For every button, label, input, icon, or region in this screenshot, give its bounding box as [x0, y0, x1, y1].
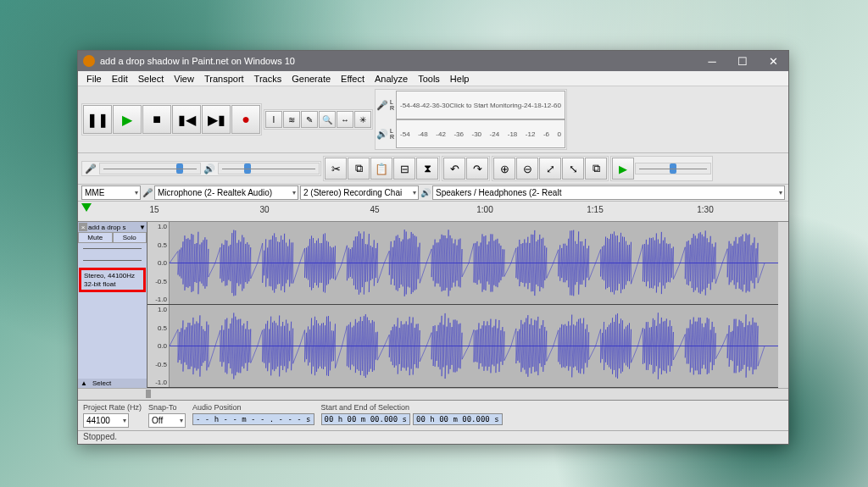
audio-host-select[interactable]: MME	[81, 185, 141, 200]
mic-icon-3: 🎤	[142, 188, 153, 197]
waveform-left-channel[interactable]	[170, 222, 778, 304]
zoom-out-button[interactable]: ⊖	[516, 158, 538, 180]
menu-effect[interactable]: Effect	[336, 74, 370, 84]
titlebar[interactable]: add a drop shadow in Paint.net on Window…	[78, 51, 788, 71]
envelope-tool[interactable]: ≋	[283, 111, 300, 128]
waveform-right-channel[interactable]	[170, 305, 778, 387]
mic-icon: 🎤	[376, 100, 388, 111]
track-menu-arrow[interactable]: ▼	[139, 224, 146, 231]
selection-tool[interactable]: I	[265, 111, 282, 128]
click-to-monitor[interactable]: Click to Start Monitoring	[449, 102, 521, 109]
snap-to-label: Snap-To	[148, 403, 186, 412]
record-button[interactable]: ●	[231, 105, 260, 134]
track-collapse-button[interactable]: ▲	[79, 379, 89, 387]
track-control-panel: × add a drop s ▼ Mute Solo Stereo, 44100…	[78, 222, 147, 388]
menu-file[interactable]: File	[81, 74, 107, 84]
selection-start-field[interactable]: 00 h 00 m 00.000 s	[321, 413, 411, 425]
skip-end-button[interactable]: ▶▮	[202, 105, 231, 134]
track-format-info: Stereo, 44100Hz 32-bit float	[79, 268, 146, 292]
audio-position-label: Audio Position	[192, 403, 314, 412]
menubar: FileEditSelectViewTransportTracksGenerat…	[78, 71, 788, 86]
track-select-button[interactable]: Select	[91, 379, 113, 387]
menu-analyze[interactable]: Analyze	[370, 74, 413, 84]
skip-start-button[interactable]: ▮◀	[172, 105, 201, 134]
device-toolbar: MME 🎤 Microphone (2- Realtek Audio) 2 (S…	[78, 185, 788, 202]
stop-button[interactable]: ■	[142, 105, 171, 134]
multi-tool[interactable]: ✳	[354, 111, 371, 128]
playback-meter[interactable]: -54-48-42-36-30-24-18-12-60	[396, 119, 565, 148]
speaker-icon-3: 🔊	[420, 188, 431, 197]
selection-label: Start and End of Selection	[321, 403, 503, 412]
edit-toolbar: 🎤 🔊 ✂ ⧉ 📋 ⊟ ⧗ ↶ ↷ ⊕ ⊖ ⤢ ⤡ ⧉ ▶	[78, 153, 788, 185]
recording-meter[interactable]: -54-48-42-36-30Click to Start Monitoring…	[396, 91, 565, 119]
recording-channels-select[interactable]: 2 (Stereo) Recording Chai	[300, 185, 419, 200]
solo-button[interactable]: Solo	[113, 232, 147, 243]
timeline-ruler[interactable]: 1530451:001:151:30	[78, 202, 788, 222]
transport-toolbar: ❚❚ ▶ ■ ▮◀ ▶▮ ● I ≋ ✎ 🔍 ↔ ✳ 🎤 LR -54-48-4…	[78, 86, 788, 153]
snap-to-select[interactable]: Off	[148, 413, 186, 428]
pause-button[interactable]: ❚❚	[83, 105, 112, 134]
speaker-icon: 🔊	[376, 129, 388, 140]
recording-device-select[interactable]: Microphone (2- Realtek Audio)	[154, 185, 298, 200]
cut-button[interactable]: ✂	[325, 158, 347, 180]
zoom-tool[interactable]: 🔍	[319, 111, 336, 128]
horizontal-scrollbar[interactable]	[78, 388, 788, 400]
meter-l-label-2: LR	[390, 128, 394, 140]
track-name[interactable]: add a drop s	[88, 224, 138, 231]
playback-volume-slider[interactable]	[218, 163, 320, 174]
paste-button[interactable]: 📋	[370, 158, 392, 180]
playhead-pin[interactable]	[81, 203, 92, 212]
meter-l-label: LR	[390, 99, 394, 111]
silence-button[interactable]: ⧗	[416, 158, 438, 180]
minimize-button[interactable]: ─	[697, 51, 727, 71]
trim-button[interactable]: ⊟	[393, 158, 415, 180]
track-close-button[interactable]: ×	[79, 223, 87, 231]
menu-transport[interactable]: Transport	[199, 74, 249, 84]
copy-button[interactable]: ⧉	[348, 158, 370, 180]
playback-device-select[interactable]: Speakers / Headphones (2- Realt	[432, 185, 785, 200]
track-bitdepth-label: 32-bit float	[84, 280, 141, 289]
zoom-in-button[interactable]: ⊕	[493, 158, 515, 180]
menu-tracks[interactable]: Tracks	[249, 74, 287, 84]
track-pan-slider[interactable]	[80, 257, 145, 265]
selection-toolbar: Project Rate (Hz) 44100 Snap-To Off Audi…	[78, 400, 788, 430]
draw-tool[interactable]: ✎	[301, 111, 318, 128]
close-button[interactable]: ✕	[758, 51, 788, 71]
mute-button[interactable]: Mute	[78, 232, 113, 243]
fit-project-button[interactable]: ⤡	[562, 158, 584, 180]
play-at-speed-button[interactable]: ▶	[612, 158, 634, 180]
selection-end-field[interactable]: 00 h 00 m 00.000 s	[413, 413, 503, 425]
menu-tools[interactable]: Tools	[413, 74, 445, 84]
project-rate-select[interactable]: 44100	[83, 413, 129, 428]
play-speed-slider[interactable]	[635, 163, 711, 174]
maximize-button[interactable]: ☐	[727, 51, 758, 71]
audio-position-field[interactable]: - - h - - m - - . - - - s	[192, 413, 314, 425]
amplitude-scale-left: 1.00.50.0-0.5-1.0	[147, 222, 170, 304]
speaker-icon-2: 🔊	[202, 163, 217, 174]
menu-help[interactable]: Help	[445, 74, 475, 84]
track-rate-label: Stereo, 44100Hz	[84, 272, 141, 280]
recording-volume-slider[interactable]	[99, 163, 201, 174]
app-window: add a drop shadow in Paint.net on Window…	[77, 50, 789, 445]
tracks-area: × add a drop s ▼ Mute Solo Stereo, 44100…	[78, 222, 788, 388]
amplitude-scale-right: 1.00.50.0-0.5-1.0	[147, 305, 170, 387]
menu-generate[interactable]: Generate	[287, 74, 336, 84]
mic-icon-2: 🎤	[83, 163, 98, 174]
menu-edit[interactable]: Edit	[107, 74, 133, 84]
redo-button[interactable]: ↷	[466, 158, 488, 180]
zoom-toggle-button[interactable]: ⧉	[585, 158, 607, 180]
timeshift-tool[interactable]: ↔	[337, 111, 353, 128]
track-gain-slider[interactable]	[80, 245, 145, 253]
undo-button[interactable]: ↶	[443, 158, 465, 180]
menu-select[interactable]: Select	[133, 74, 170, 84]
fit-selection-button[interactable]: ⤢	[539, 158, 561, 180]
menu-view[interactable]: View	[169, 74, 199, 84]
app-icon	[83, 55, 95, 67]
window-title: add a drop shadow in Paint.net on Window…	[100, 56, 295, 66]
play-button[interactable]: ▶	[113, 105, 142, 134]
project-rate-label: Project Rate (Hz)	[83, 403, 142, 412]
status-bar: Stopped.	[78, 430, 788, 444]
